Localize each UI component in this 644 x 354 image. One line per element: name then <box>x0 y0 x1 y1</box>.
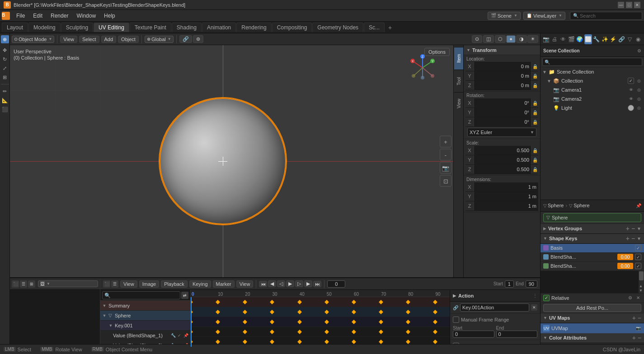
rotation-x-field[interactable]: 0° <box>474 98 531 107</box>
add-cube-tool[interactable]: ⬛ <box>1 105 9 113</box>
tl-view-menu[interactable]: View <box>120 280 137 288</box>
shape-key-blend1[interactable]: BlendSha... 0.00 ✓ <box>541 253 644 262</box>
sk-scroll-up[interactable]: ▲ <box>639 284 643 289</box>
collection-vis[interactable]: ✓ <box>628 78 634 84</box>
rendered-shading[interactable]: ☀ <box>527 35 538 43</box>
action-more-button[interactable]: ⋮ <box>533 293 537 298</box>
tab-compositing[interactable]: Compositing <box>272 23 312 32</box>
location-z-field[interactable]: 0 m <box>474 81 531 90</box>
key001-track[interactable]: ▼ Key.001 <box>100 321 190 331</box>
action-end-input[interactable]: 0 <box>496 331 538 338</box>
prev-keyframe-button[interactable]: ◀ <box>268 280 276 287</box>
tab-geometry-nodes[interactable]: Geometry Nodes <box>312 23 363 32</box>
side-tab-item[interactable]: Item <box>454 47 463 70</box>
rotation-z-field[interactable]: 0° <box>474 117 531 126</box>
vg-remove-btn[interactable]: − <box>631 225 635 232</box>
props-world-tab[interactable]: 🌍 <box>576 34 584 44</box>
sk-basis-check[interactable]: ✓ <box>635 245 641 251</box>
breadcrumb-sphere-mesh[interactable]: ▽ Sphere <box>543 203 564 208</box>
object-mode-selector[interactable]: ⊙ Object Mode ▼ <box>12 36 54 43</box>
zoom-in-button[interactable]: + <box>440 136 451 148</box>
scale-tool[interactable]: ⤢ <box>1 64 9 72</box>
sk-scroll-down[interactable]: ▼ <box>639 289 643 293</box>
minimize-button[interactable]: — <box>618 2 624 8</box>
measure-tool[interactable]: 📐 <box>1 96 9 104</box>
move-tool[interactable]: ✥ <box>1 46 9 54</box>
outliner-camera2[interactable]: 📷 Camera2 👁 ◎ <box>541 94 644 103</box>
sphere-expand[interactable]: ▼ <box>102 313 107 318</box>
tab-layout[interactable]: Layout <box>2 23 28 32</box>
ca-add-btn[interactable]: + <box>632 334 636 341</box>
rotate-tool[interactable]: ↻ <box>1 55 9 63</box>
tab-uv-editing[interactable]: UV Editing <box>94 23 129 32</box>
action-start-input[interactable]: 0 <box>453 331 494 338</box>
sk-scroll-thumb[interactable] <box>639 271 644 280</box>
material-shading[interactable]: ◑ <box>516 35 527 43</box>
props-particle-tab[interactable]: ✨ <box>601 34 609 44</box>
overlay-toggle[interactable]: ⊙ <box>472 35 482 43</box>
tab-shading[interactable]: Shading <box>172 23 202 32</box>
rotation-mode-selector[interactable]: XYZ Euler ▼ <box>467 128 536 137</box>
global-search[interactable]: 🔍 Search <box>570 12 642 20</box>
object-menu[interactable]: Object <box>118 36 139 43</box>
end-frame-input[interactable]: 90 <box>526 280 537 288</box>
start-frame-input[interactable]: 1 <box>505 280 514 288</box>
summary-expand[interactable]: ▼ <box>102 303 107 308</box>
sk-blend2-check[interactable]: ✓ <box>635 263 641 269</box>
sk-add-btn[interactable]: + <box>626 235 630 242</box>
play-button[interactable]: ▶ <box>286 280 294 287</box>
add-rest-pose-button[interactable]: Add Rest Po... <box>543 304 641 312</box>
outliner-filter[interactable]: ⚙ <box>637 48 641 53</box>
tl-playback-menu[interactable]: Playback <box>161 280 188 288</box>
playhead[interactable] <box>191 297 192 347</box>
light-render[interactable]: ◎ <box>636 105 642 111</box>
action-unlink-button[interactable]: ✕ <box>531 304 537 311</box>
location-x-lock[interactable]: 🔒 <box>531 62 538 71</box>
sk-remove-btn[interactable]: − <box>631 235 635 242</box>
outliner-collection[interactable]: ▼ 📦 Collection ✓ ◎ <box>541 76 644 85</box>
menu-edit[interactable]: Edit <box>29 12 46 20</box>
annotate-tool[interactable]: ✏ <box>1 87 9 95</box>
sphere-object[interactable] <box>160 98 286 224</box>
add-workspace-button[interactable]: + <box>385 23 395 33</box>
dim-x-field[interactable]: 1 m <box>474 182 538 191</box>
scale-x-field[interactable]: 0.500 <box>474 146 531 155</box>
outliner-search-field[interactable]: 🔍 <box>542 58 642 66</box>
uv-maps-header[interactable]: ▼ UV Maps + − <box>541 313 644 323</box>
next-keyframe-button[interactable]: ▶ <box>304 280 312 287</box>
transform-orientation[interactable]: ⊕ Global ▼ <box>145 36 174 43</box>
side-tab-tool[interactable]: Tool <box>454 70 463 92</box>
tab-sculpting[interactable]: Sculpting <box>61 23 93 32</box>
select-menu[interactable]: Select <box>79 36 99 43</box>
rotation-y-field[interactable]: 0° <box>474 108 531 117</box>
location-z-lock[interactable]: 🔒 <box>531 81 538 90</box>
location-y-lock[interactable]: 🔒 <box>531 71 538 80</box>
outliner-camera1[interactable]: 📷 Camera1 👁 ◎ <box>541 85 644 94</box>
sk-blend2-value[interactable]: 0.00 <box>617 263 633 269</box>
timeline-search-input[interactable] <box>102 291 180 299</box>
camera1-vis[interactable]: 👁 <box>628 87 634 93</box>
tl-keying-menu[interactable]: Keying <box>189 280 211 288</box>
timeline-filter-button[interactable]: ⇄ <box>181 292 188 299</box>
sk-blend1-check[interactable]: ✓ <box>635 254 641 260</box>
uv-camera-icon[interactable]: 📷 <box>635 325 641 331</box>
tl-icon-1[interactable]: ⬛ <box>103 280 110 288</box>
tab-rendering[interactable]: Rendering <box>236 23 271 32</box>
next-frame-button[interactable]: ▷ <box>295 280 303 287</box>
sk-blend1-value[interactable]: 0.00 <box>617 254 633 260</box>
tab-modeling[interactable]: Modeling <box>28 23 61 32</box>
value1-pin-icon[interactable]: 📌 <box>183 333 188 338</box>
camera-view-button[interactable]: 📷 <box>440 162 451 174</box>
ca-remove-btn[interactable]: − <box>638 334 641 341</box>
xray-toggle[interactable]: ◫ <box>483 35 494 43</box>
viewport-canvas[interactable]: User Perspective (0) Collection | Sphere… <box>10 45 463 277</box>
scale-x-lock[interactable]: 🔒 <box>531 146 538 155</box>
first-frame-button[interactable]: ⏮ <box>259 281 267 287</box>
props-material-tab[interactable]: ◉ <box>635 34 643 44</box>
view-menu[interactable]: View <box>60 36 77 43</box>
collection-render[interactable]: ◎ <box>636 78 642 84</box>
thumb-icon-2[interactable]: ☰ <box>20 280 27 288</box>
value1-vis-icon[interactable]: ✓ <box>177 333 182 338</box>
props-data-tab[interactable]: ▽ <box>626 34 634 44</box>
key-expand[interactable]: ▼ <box>108 323 113 328</box>
